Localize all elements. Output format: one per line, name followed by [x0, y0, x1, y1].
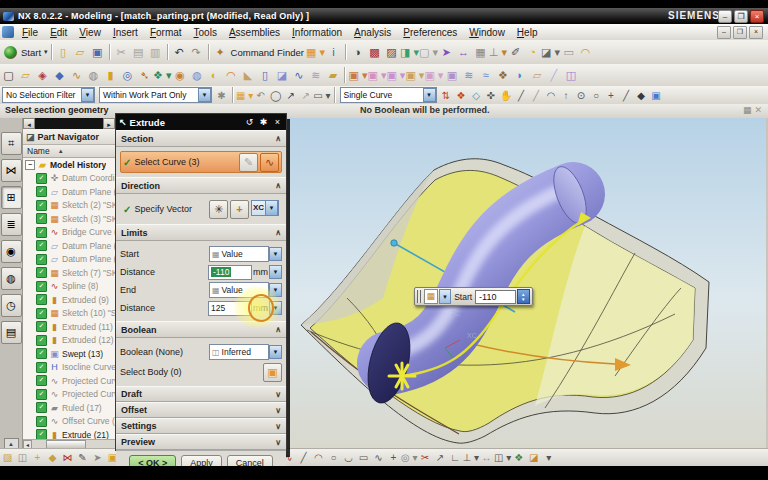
snap-center-icon[interactable]: ⊙ — [574, 88, 589, 102]
tree-row[interactable]: ✓ ∿ Spline (8) — [23, 280, 115, 294]
selection-filter-combo[interactable]: No Selection Filter ▼ — [2, 87, 95, 103]
circle-icon[interactable]: ○ — [326, 450, 341, 465]
mdi-minimize-button[interactable]: – — [717, 26, 731, 39]
sketch-section-button[interactable]: ✎ — [239, 153, 258, 172]
rotate-view-icon[interactable]: ➤ — [438, 44, 455, 61]
end-type-combo[interactable]: ▦ Value — [209, 282, 269, 298]
dropdown-icon[interactable]: ▼ — [269, 283, 282, 297]
feature-checkbox[interactable]: ✓ — [36, 186, 47, 197]
mdi-restore-button[interactable]: ❐ — [733, 26, 747, 39]
shell-icon[interactable]: ▯ — [256, 67, 273, 84]
name-column-label[interactable]: Name — [27, 146, 50, 156]
more-icon[interactable]: ▾ — [541, 450, 556, 465]
dropdown-icon[interactable]: ▼ — [269, 247, 282, 261]
snapshot-icon[interactable]: ◪ ▾ — [541, 44, 560, 61]
snap-plus-icon[interactable]: + — [604, 88, 619, 102]
datum-plane-icon[interactable]: ▱ — [17, 67, 34, 84]
dropdown-icon[interactable]: ▼ — [265, 200, 278, 216]
studio-spline-icon[interactable]: ∿ — [371, 450, 386, 465]
deselect-arrow-icon[interactable]: ↗ — [298, 88, 313, 102]
tree-row[interactable]: ✓ ▦ Sketch (2) "SKE — [23, 199, 115, 213]
panel-grip[interactable]: ◂ ▸ — [23, 118, 115, 129]
onscreen-input-toolbar[interactable]: ▦ ▼ Start -110 ▲ ▼ — [414, 287, 533, 306]
select-arrow-icon[interactable]: ↗ — [283, 88, 298, 102]
start-menu-button[interactable]: Start — [21, 47, 41, 58]
chevron-down-icon[interactable]: ∨ — [275, 422, 281, 431]
resize-icon[interactable]: ✕ — [754, 105, 762, 115]
through-curves-icon[interactable]: ≋ — [307, 67, 324, 84]
dropdown-icon[interactable]: ▼ — [269, 265, 282, 279]
tree-row[interactable]: ✓ ▱ Datum Plane (5 — [23, 239, 115, 253]
offset-curve-icon[interactable]: ◎ ▾ — [401, 450, 418, 465]
avatar-icon[interactable]: ❖ — [454, 88, 469, 102]
feature-checkbox[interactable]: ✓ — [36, 173, 47, 184]
boolean-combo[interactable]: ◫ Inferred — [209, 344, 269, 360]
snap-slash-icon[interactable]: ╱ — [619, 88, 634, 102]
part-navigator-tab[interactable]: ⊞ — [1, 186, 22, 209]
chevron-up-icon[interactable]: ∧ — [275, 181, 281, 190]
open-icon[interactable]: ▱ — [72, 44, 89, 61]
undo-icon[interactable]: ↶ — [171, 44, 188, 61]
edge-blend-icon[interactable]: ◠ — [222, 67, 239, 84]
tree-row[interactable]: ✓ ✜ Datum Coordin — [23, 172, 115, 186]
constraint-navigator-tab[interactable]: ⋈ — [1, 159, 22, 182]
panel-right-icon[interactable]: ▸ — [103, 118, 115, 129]
feature-checkbox[interactable]: ✓ — [36, 227, 47, 238]
curve-icon[interactable]: ∿ — [68, 67, 85, 84]
swept-icon[interactable]: ∿ — [290, 67, 307, 84]
feature-checkbox[interactable]: ✓ — [36, 254, 47, 265]
paper-icon[interactable]: ▱ — [528, 67, 545, 84]
panel-grip-bar[interactable] — [35, 118, 103, 129]
dialog-reset-icon[interactable]: ↺ — [244, 117, 255, 127]
intersect-icon[interactable]: ◐ — [205, 67, 222, 84]
make-corner-icon[interactable]: ∟ — [448, 450, 463, 465]
tree-row[interactable]: ✓ ▣ Swept (13) — [23, 347, 115, 361]
dialog-close-icon[interactable]: × — [272, 117, 283, 127]
snap-line-icon[interactable]: ╱ — [514, 88, 529, 102]
hd3d-tools-tab[interactable]: ◉ — [1, 240, 22, 263]
start-dropdown-icon[interactable]: ▾ — [44, 48, 48, 56]
chevron-down-icon[interactable]: ∨ — [275, 406, 281, 415]
chamfer-icon[interactable]: ◣ — [239, 67, 256, 84]
arc-icon[interactable]: ◠ — [311, 450, 326, 465]
chevron-down-icon[interactable]: ∨ — [275, 438, 281, 447]
menu-item[interactable]: Window — [463, 25, 511, 40]
sort-icon[interactable]: ▲ — [58, 148, 64, 154]
background-icon[interactable]: ▢ ▾ — [419, 44, 438, 61]
feature-checkbox[interactable]: ✓ — [36, 294, 47, 305]
wireframe-icon[interactable]: ◨ ▾ — [400, 44, 419, 61]
end-distance-field[interactable]: 125 — [208, 301, 252, 316]
mdi-close-button[interactable]: × — [749, 26, 763, 39]
pattern-feature-icon[interactable]: ❖ ▾ — [153, 67, 171, 84]
tree-row[interactable]: ✓ ∿ Bridge Curve (4 — [23, 226, 115, 240]
tree-row[interactable]: ✓ ▦ Sketch (7) "SKE — [23, 266, 115, 280]
resize-blend-icon[interactable]: ▣ — [443, 67, 460, 84]
dropdown-icon[interactable]: ▼ — [269, 345, 282, 359]
feature-checkbox[interactable]: ✓ — [36, 308, 47, 319]
cut-icon[interactable]: ✂ — [113, 44, 130, 61]
render-style-icon[interactable]: ◑ — [349, 44, 366, 61]
save-icon[interactable]: ▣ — [89, 44, 106, 61]
command-finder-icon[interactable]: ✦ — [212, 44, 229, 61]
shaded-icon[interactable]: ▨ — [383, 44, 400, 61]
collapsed-group-header[interactable]: Settings ∨ — [116, 418, 286, 434]
orient-icon[interactable]: ➤ — [90, 450, 105, 465]
wcs-display-icon[interactable]: ⊥ ▾ — [489, 44, 507, 61]
feature-checkbox[interactable]: ✓ — [36, 267, 47, 278]
snap-arc-icon[interactable]: ◠ — [544, 88, 559, 102]
collapsed-group-header[interactable]: Preview ∨ — [116, 434, 286, 450]
specify-vector-row[interactable]: ✓ Specify Vector ✳ + XC ▼ — [120, 198, 282, 220]
feature-checkbox[interactable]: ✓ — [36, 348, 47, 359]
minimize-button[interactable]: – — [718, 10, 732, 23]
command-finder-label[interactable]: Command Finder — [231, 47, 304, 58]
snap-flag-icon[interactable]: ◆ — [634, 88, 649, 102]
work-cube-icon[interactable]: ▣ — [649, 88, 664, 102]
book-icon[interactable]: ◫ — [562, 67, 579, 84]
dropdown-icon[interactable]: ▼ — [81, 88, 94, 102]
curve-select-button[interactable]: ∿ — [260, 153, 279, 172]
web-browser-tab[interactable]: ◍ — [1, 267, 22, 290]
start-distance-field[interactable]: -110 — [208, 265, 252, 280]
reuse-library-tab[interactable]: ≣ — [1, 213, 22, 236]
info-cursor-icon[interactable]: i — [325, 44, 342, 61]
offset-region-icon[interactable]: ▣ ▾ — [405, 67, 424, 84]
